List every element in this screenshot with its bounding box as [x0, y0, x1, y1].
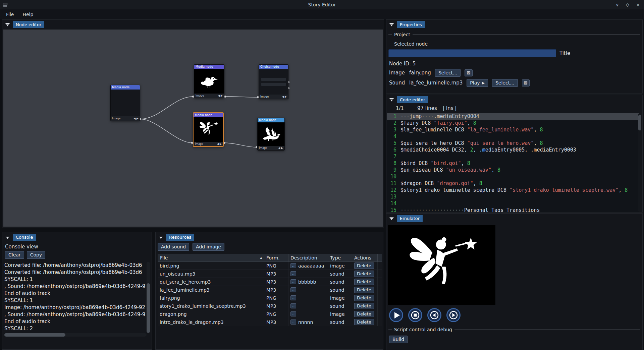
delete-button[interactable]: Delete — [354, 303, 374, 309]
description-edit-button[interactable]: .. — [290, 319, 296, 325]
graph-node[interactable]: Media nodeImage◀ ▶ — [110, 85, 140, 121]
node-footer-arrows[interactable]: ◀ ▶ — [282, 95, 287, 98]
description-edit-button[interactable]: .. — [290, 271, 296, 276]
next-button[interactable] — [446, 308, 461, 322]
sound-select-button[interactable]: Select... — [492, 79, 518, 87]
panel-menu-icon[interactable] — [5, 22, 10, 27]
node-footer-arrows[interactable]: ◀ ▶ — [217, 142, 222, 145]
code-lines[interactable]: 1···jump····.mediaEntry00042$fairy DC8 "… — [387, 113, 639, 212]
node-footer-arrows[interactable]: ◀ ▶ — [218, 94, 223, 97]
add-sound-button[interactable]: Add sound — [158, 243, 189, 251]
column-header-format[interactable]: Form. — [264, 254, 288, 262]
console-line: Image: /home/anthony/ostproj/ba869e4b-03… — [4, 304, 147, 311]
selected-node-group: Selected node — [388, 41, 640, 47]
code-line[interactable]: 1···jump····.mediaEntry0004 — [387, 113, 639, 120]
console-horizontal-scrollbar[interactable] — [4, 333, 147, 337]
fairy-image — [196, 119, 221, 140]
table-row[interactable]: un_oiseau.mp3MP3..soundDelete — [158, 270, 382, 278]
menu-file[interactable]: File — [2, 10, 18, 18]
code-line[interactable]: 4 — [387, 133, 639, 140]
code-vertical-scrollbar[interactable] — [638, 114, 641, 211]
image-select-button[interactable]: Select... — [435, 69, 461, 77]
graph-node[interactable]: Choice nodeImage◀ ▶ — [259, 64, 288, 99]
cell-format: MP3 — [264, 318, 288, 326]
code-line[interactable]: 7 — [387, 153, 639, 160]
add-image-button[interactable]: Add image — [193, 243, 224, 251]
description-edit-button[interactable]: .. — [290, 295, 296, 300]
delete-button[interactable]: Delete — [354, 279, 374, 285]
table-row[interactable]: story1_drako_luminelle_sceptre.mp3MP3..s… — [158, 302, 382, 310]
code-line[interactable]: 6$mediaChoice0004 DC32, 2, .mediaEntry00… — [387, 147, 639, 153]
cell-type: image — [328, 294, 352, 302]
delete-button[interactable]: Delete — [354, 262, 374, 269]
code-line[interactable]: 8$bird DC8 "bird.qoi", 8 — [387, 160, 639, 167]
code-line[interactable]: 5$qui_sera_le_hero DC8 "qui_sera_le_hero… — [387, 140, 639, 147]
panel-menu-icon[interactable] — [389, 216, 394, 221]
close-icon[interactable]: × — [636, 2, 640, 7]
code-line[interactable]: 12$story1_drako_luminelle_sceptre DC8 "s… — [387, 187, 639, 193]
choice-option-row[interactable] — [261, 78, 286, 81]
code-line[interactable]: 15·····················Personal Tags Tra… — [387, 207, 639, 212]
sound-clear-button[interactable]: ⊠ — [522, 79, 530, 86]
code-line[interactable]: 14 — [387, 200, 639, 207]
column-header-description[interactable]: Description — [288, 254, 328, 262]
code-text — [398, 193, 400, 200]
clear-button[interactable]: Clear — [5, 251, 24, 259]
table-row[interactable]: intro_drako_le_dragon.mp3MP3..nnnnnsound… — [158, 318, 382, 326]
code-line[interactable]: 11$dragon DC8 "dragon.qoi", 8 — [387, 180, 639, 187]
panel-menu-icon[interactable] — [158, 235, 163, 240]
image-clear-button[interactable]: ⊠ — [465, 69, 473, 76]
graph-node[interactable]: Media nodeImage◀ ▶ — [257, 118, 285, 151]
node-footer-arrows[interactable]: ◀ ▶ — [278, 147, 283, 150]
description-edit-button[interactable]: .. — [290, 279, 296, 284]
column-header-actions[interactable]: Actions — [352, 254, 378, 262]
graph-node[interactable]: Media nodeImage◀ ▶ — [194, 64, 224, 98]
cell-strip — [378, 294, 382, 302]
maximize-icon[interactable]: ◇ — [626, 2, 629, 7]
node-canvas[interactable]: Media nodeImage◀ ▶Media nodeImage◀ ▶Choi… — [3, 29, 383, 227]
delete-button[interactable]: Delete — [354, 287, 374, 293]
build-button[interactable]: Build — [389, 336, 408, 343]
column-header-file[interactable]: File ▲ — [158, 254, 264, 262]
description-text: aaaaaaaaa — [298, 263, 324, 269]
panel-menu-icon[interactable] — [389, 97, 394, 102]
delete-button[interactable]: Delete — [354, 295, 374, 301]
vertical-scrollbar-thumb[interactable] — [147, 283, 150, 333]
table-row[interactable]: fairy.pngPNG..imageDelete — [158, 294, 382, 302]
table-row[interactable]: dragon.pngPNG..imageDelete — [158, 310, 382, 318]
graph-node[interactable]: Media nodeImage◀ ▶ — [193, 112, 224, 147]
code-text: $story1_drako_luminelle_sceptre DC8 "sto… — [398, 187, 628, 193]
code-line[interactable]: 13 — [387, 193, 639, 200]
play-button[interactable] — [389, 308, 403, 322]
column-header-type[interactable]: Type — [328, 254, 352, 262]
table-row[interactable]: la_fee_luminelle.mp3MP3..soundDelete — [158, 286, 382, 294]
console-vertical-scrollbar[interactable] — [147, 262, 150, 333]
code-editor-header: Code editor — [386, 95, 642, 104]
code-line[interactable]: 9$un_oiseau DC8 "un_oiseau.wav", 8 — [387, 167, 639, 173]
description-edit-button[interactable]: .. — [290, 311, 296, 316]
description-edit-button[interactable]: .. — [290, 263, 296, 268]
description-edit-button[interactable]: .. — [290, 287, 296, 292]
panel-menu-icon[interactable] — [389, 22, 394, 27]
horizontal-scrollbar-thumb[interactable] — [4, 333, 65, 337]
delete-button[interactable]: Delete — [354, 319, 374, 325]
code-scrollbar-thumb[interactable] — [638, 115, 641, 130]
table-row[interactable]: qui_sera_le_hero.mp3MP3..bbbbbbsoundDele… — [158, 278, 382, 286]
minimize-icon[interactable]: ∨ — [615, 2, 619, 7]
panel-menu-icon[interactable] — [5, 235, 10, 240]
delete-button[interactable]: Delete — [354, 311, 374, 317]
menu-help[interactable]: Help — [18, 10, 37, 18]
description-edit-button[interactable]: .. — [290, 303, 296, 308]
title-input[interactable] — [388, 49, 556, 57]
node-footer-arrows[interactable]: ◀ ▶ — [133, 117, 139, 120]
delete-button[interactable]: Delete — [354, 271, 374, 277]
choice-option-row[interactable] — [261, 83, 286, 86]
play-button[interactable]: Play ▶ — [467, 79, 488, 87]
prev-button[interactable] — [427, 308, 441, 322]
copy-button[interactable]: Copy — [27, 251, 46, 259]
code-line[interactable]: 10 — [387, 173, 639, 180]
table-row[interactable]: bird.pngPNG..aaaaaaaaaimageDelete — [158, 262, 382, 270]
stop-button[interactable] — [408, 308, 422, 322]
code-line[interactable]: 2$fairy DC8 "fairy.qoi", 8 — [387, 120, 639, 126]
code-line[interactable]: 3$la_fee_luminelle DC8 "la_fee_luminelle… — [387, 126, 639, 133]
